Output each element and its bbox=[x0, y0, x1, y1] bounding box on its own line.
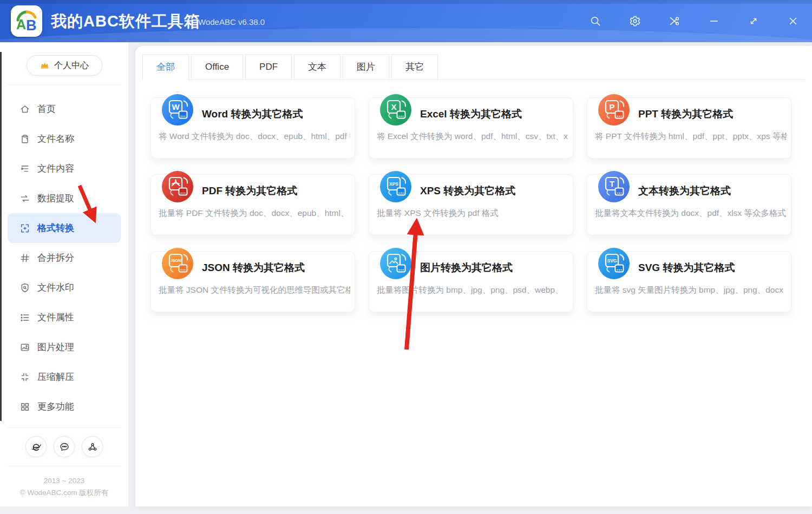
sidebar-menu: 首页文件名称文件内容数据提取格式转换合并拆分文件水印文件属性图片处理压缩解压更多… bbox=[0, 94, 128, 421]
titlebar: A B 我的ABC软件工具箱 WodeABC v6.38.0 bbox=[0, 0, 812, 42]
titlebar-snip-button[interactable] bbox=[667, 14, 682, 28]
tab-office[interactable]: Office bbox=[191, 54, 243, 80]
tool-card-text[interactable]: T文本转换为其它格式批量将文本文件转换为 docx、pdf、xlsx 等众多格式 bbox=[587, 174, 791, 235]
chat-icon bbox=[59, 441, 70, 452]
tool-card-title: JSON 转换为其它格式 bbox=[202, 261, 305, 275]
sidebar-item-label: 文件内容 bbox=[37, 162, 74, 175]
tool-card-description: 将 Word 文件转换为 doc、docx、epub、html、pdf 等格式 bbox=[159, 131, 350, 142]
format-convert-icon bbox=[19, 223, 30, 234]
search-icon bbox=[590, 15, 601, 27]
titlebar-buttons bbox=[588, 0, 800, 42]
tool-card-xps[interactable]: XPSXPS 转换为其它格式批量将 XPS 文件转换为 pdf 格式 bbox=[369, 174, 573, 235]
sidebar-item-image-process[interactable]: 图片处理 bbox=[0, 332, 128, 362]
tool-card-image-icon bbox=[380, 248, 411, 279]
tool-card-ppt-icon: P bbox=[598, 94, 630, 126]
tool-card-title: PPT 转换为其它格式 bbox=[638, 107, 733, 121]
sidebar-item-file-props[interactable]: 文件属性 bbox=[0, 302, 128, 332]
sidebar-item-file-content[interactable]: 文件内容 bbox=[0, 154, 128, 183]
sidebar-item-file-name[interactable]: 文件名称 bbox=[0, 124, 128, 154]
file-name-icon bbox=[19, 134, 30, 144]
sidebar-item-label: 文件属性 bbox=[37, 311, 74, 324]
sidebar-item-more[interactable]: 更多功能 bbox=[0, 392, 128, 421]
data-extract-icon bbox=[19, 193, 30, 204]
tool-card-description: 将 Excel 文件转换为 word、pdf、html、csv、txt、xps … bbox=[377, 131, 568, 142]
file-content-icon bbox=[19, 163, 30, 174]
svg-text:SVG: SVG bbox=[607, 258, 617, 263]
file-props-icon bbox=[19, 312, 30, 323]
left-edge-scroll-line bbox=[0, 52, 2, 421]
sidebar-item-label: 数据提取 bbox=[37, 192, 74, 205]
tool-card-svg[interactable]: SVGSVG 转换为其它格式批量将 svg 矢量图片转换为 bmp、jpg、pn… bbox=[587, 251, 791, 312]
tool-card-description: 批量将文本文件转换为 docx、pdf、xlsx 等众多格式 bbox=[595, 208, 787, 219]
sidebar-item-compress[interactable]: 压缩解压 bbox=[0, 362, 128, 392]
tab-text[interactable]: 文本 bbox=[294, 54, 340, 80]
quick-link-feedback-button[interactable] bbox=[54, 436, 75, 457]
footer-years: 2013 ~ 2023 bbox=[0, 475, 128, 487]
crown-icon bbox=[40, 61, 50, 71]
titlebar-minimize-button[interactable] bbox=[707, 14, 721, 28]
category-tabs: 全部OfficePDF文本图片其它 bbox=[142, 54, 805, 80]
ie-icon bbox=[31, 441, 42, 452]
sidebar-item-format-convert[interactable]: 格式转换 bbox=[8, 213, 121, 243]
sidebar-item-label: 合并拆分 bbox=[37, 252, 74, 264]
titlebar-search-button[interactable] bbox=[588, 14, 603, 28]
titlebar-maximize-button[interactable] bbox=[746, 14, 761, 28]
tool-card-title: SVG 转换为其它格式 bbox=[638, 261, 735, 275]
tool-card-excel-icon: X bbox=[380, 94, 411, 126]
tab-all[interactable]: 全部 bbox=[142, 54, 189, 80]
tab-pdf[interactable]: PDF bbox=[245, 54, 292, 80]
sidebar-item-watermark[interactable]: 文件水印 bbox=[0, 273, 128, 302]
tool-card-description: 批量将 XPS 文件转换为 pdf 格式 bbox=[377, 208, 568, 219]
sidebar-item-merge-split[interactable]: 合并拆分 bbox=[0, 243, 128, 273]
tab-image[interactable]: 图片 bbox=[343, 54, 389, 80]
tool-card-description: 批量将 PDF 文件转换为 doc、docx、epub、html、 bbox=[159, 208, 350, 219]
app-logo: A B bbox=[11, 5, 42, 37]
app-version: WodeABC v6.38.0 bbox=[198, 17, 265, 27]
tool-card-description: 将 PPT 文件转换为 html、pdf、ppt、pptx、xps 等格式 bbox=[595, 131, 787, 142]
personal-center-button[interactable]: 个人中心 bbox=[27, 55, 102, 76]
sidebar-divider bbox=[8, 427, 121, 428]
svg-text:JSON: JSON bbox=[171, 259, 181, 262]
close-icon bbox=[787, 15, 799, 27]
tool-card-title: PDF 转换为其它格式 bbox=[202, 184, 297, 198]
tool-card-text-icon: T bbox=[598, 171, 630, 202]
footer-copyright: © WodeABC.com 版权所有 bbox=[0, 487, 128, 499]
sidebar-item-label: 文件名称 bbox=[37, 133, 74, 145]
tool-card-image[interactable]: 图片转换为其它格式批量将图片转换为 bmp、jpg、png、psd、webp、 bbox=[369, 251, 573, 312]
tool-card-pdf[interactable]: PDF 转换为其它格式批量将 PDF 文件转换为 doc、docx、epub、h… bbox=[150, 174, 355, 235]
minimize-icon bbox=[708, 15, 720, 27]
tab-other[interactable]: 其它 bbox=[391, 54, 438, 80]
tool-card-title: 图片转换为其它格式 bbox=[420, 261, 513, 275]
tool-card-pdf-icon bbox=[162, 171, 193, 202]
more-icon bbox=[19, 401, 30, 412]
sidebar: 个人中心 首页文件名称文件内容数据提取格式转换合并拆分文件水印文件属性图片处理压… bbox=[0, 42, 128, 506]
tool-card-xps-icon: XPS bbox=[380, 171, 411, 202]
sidebar-item-data-extract[interactable]: 数据提取 bbox=[0, 183, 128, 213]
tools-grid: WWord 转换为其它格式将 Word 文件转换为 doc、docx、epub、… bbox=[150, 97, 791, 312]
titlebar-close-button[interactable] bbox=[786, 14, 800, 28]
home-icon bbox=[19, 104, 30, 115]
sidebar-item-home[interactable]: 首页 bbox=[0, 94, 128, 124]
tool-card-svg-icon: SVG bbox=[598, 248, 630, 279]
quick-link-browser-button[interactable] bbox=[25, 436, 47, 457]
sidebar-item-label: 更多功能 bbox=[37, 400, 74, 413]
titlebar-settings-button[interactable] bbox=[628, 14, 642, 28]
svg-text:W: W bbox=[172, 102, 180, 111]
merge-split-icon bbox=[19, 253, 30, 263]
tool-card-word[interactable]: WWord 转换为其它格式将 Word 文件转换为 doc、docx、epub、… bbox=[150, 97, 355, 159]
sidebar-footer: 2013 ~ 2023 © WodeABC.com 版权所有 bbox=[0, 475, 128, 502]
tool-card-json[interactable]: JSONJSON 转换为其它格式批量将 JSON 文件转换为可视化的思维导图或其… bbox=[150, 251, 355, 312]
svg-text:X: X bbox=[391, 102, 396, 111]
tool-card-json-icon: JSON bbox=[162, 248, 193, 279]
maximize-icon bbox=[748, 15, 759, 27]
tool-card-title: Excel 转换为其它格式 bbox=[420, 107, 522, 121]
sidebar-divider bbox=[8, 84, 121, 85]
svg-text:P: P bbox=[609, 102, 614, 111]
sidebar-item-label: 格式转换 bbox=[37, 222, 74, 234]
tool-card-ppt[interactable]: PPPT 转换为其它格式将 PPT 文件转换为 html、pdf、ppt、ppt… bbox=[587, 97, 791, 159]
tool-card-description: 批量将 svg 矢量图片转换为 bmp、jpg、png、docx bbox=[595, 285, 787, 296]
quick-links bbox=[0, 436, 128, 457]
tool-card-excel[interactable]: XExcel 转换为其它格式将 Excel 文件转换为 word、pdf、htm… bbox=[369, 97, 573, 159]
quick-link-share-button[interactable] bbox=[82, 436, 103, 457]
sidebar-item-label: 首页 bbox=[37, 103, 56, 115]
